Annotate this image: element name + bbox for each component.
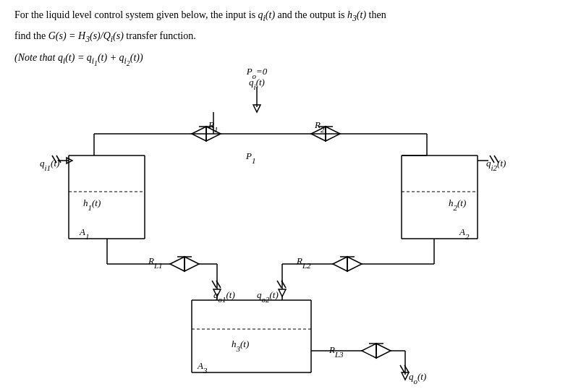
svg-marker-70 xyxy=(279,289,286,297)
svg-text:P1: P1 xyxy=(245,150,255,165)
svg-line-42 xyxy=(490,155,494,163)
svg-line-72 xyxy=(281,281,286,288)
svg-text:qo1(t): qo1(t) xyxy=(213,289,235,304)
svg-text:h3(t): h3(t) xyxy=(232,338,249,353)
svg-marker-29 xyxy=(67,158,72,163)
svg-marker-11 xyxy=(206,127,221,141)
svg-text:R2: R2 xyxy=(314,119,325,134)
svg-text:RL1: RL1 xyxy=(148,255,163,270)
svg-marker-65 xyxy=(213,289,221,297)
svg-marker-92 xyxy=(402,372,409,380)
svg-marker-84 xyxy=(362,344,376,358)
svg-line-31 xyxy=(56,155,61,163)
svg-line-43 xyxy=(494,155,499,163)
svg-marker-57 xyxy=(347,257,362,271)
svg-marker-16 xyxy=(326,127,340,141)
svg-line-67 xyxy=(216,281,221,288)
svg-marker-10 xyxy=(192,127,206,141)
svg-text:qi2(t): qi2(t) xyxy=(486,158,506,172)
problem-text-line1: For the liquid level control system give… xyxy=(14,7,567,25)
svg-text:qo(t): qo(t) xyxy=(409,371,426,385)
svg-text:A2: A2 xyxy=(459,226,470,241)
svg-marker-3 xyxy=(253,105,260,112)
svg-line-66 xyxy=(212,281,216,288)
svg-line-93 xyxy=(400,365,404,372)
svg-marker-85 xyxy=(376,344,391,358)
svg-marker-48 xyxy=(185,257,199,271)
svg-text:qi1(t): qi1(t) xyxy=(40,158,59,172)
svg-text:qi(t): qi(t) xyxy=(249,77,265,91)
svg-marker-47 xyxy=(170,257,185,271)
problem-text-line2: find the G(s) = H3(s)/Qi(s) transfer fun… xyxy=(14,28,567,46)
svg-text:A1: A1 xyxy=(79,226,89,241)
page: For the liquid level control system give… xyxy=(0,0,581,392)
svg-text:h1(t): h1(t) xyxy=(83,197,101,212)
svg-text:RL3: RL3 xyxy=(328,344,344,359)
svg-marker-15 xyxy=(311,127,326,141)
problem-text-line3: (Note that qi(t) = qi1(t) + qi2(t)) xyxy=(14,50,567,69)
svg-line-71 xyxy=(277,281,281,288)
svg-text:R1: R1 xyxy=(208,119,218,134)
svg-line-30 xyxy=(52,155,56,163)
svg-text:qo2(t): qo2(t) xyxy=(257,289,279,304)
svg-text:RL2: RL2 xyxy=(296,255,311,270)
svg-marker-56 xyxy=(333,257,347,271)
svg-line-94 xyxy=(404,365,409,372)
svg-text:h2(t): h2(t) xyxy=(449,197,466,212)
svg-text:A3: A3 xyxy=(197,360,208,375)
